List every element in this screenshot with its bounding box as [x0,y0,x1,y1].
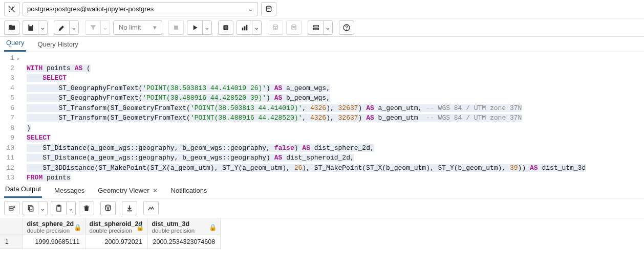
col-header-0[interactable]: dist_sphere_2d double precision 🔒 [23,218,85,235]
tab-query-history[interactable]: Query History [35,37,80,52]
results-grid[interactable]: dist_sphere_2d double precision 🔒 dist_s… [0,218,221,249]
connection-select[interactable]: postgres/postgres@waliot-jupyter-postgre… [23,2,258,16]
open-file-button[interactable] [4,20,19,35]
svg-point-21 [105,205,110,207]
sql-editor[interactable]: 1⌄ 2 3 4 5 6 7 8 9 10 11 12 13 WITH poin… [0,52,644,182]
svg-rect-6 [246,25,247,30]
explain-analyze-caret[interactable]: ⌄ [252,20,262,35]
cell[interactable]: 2000.2534323074608 [147,235,221,249]
explain-analyze-split[interactable]: ⌄ [237,20,262,35]
macro-split-button[interactable]: ⌄ [308,20,333,35]
svg-rect-5 [244,26,245,30]
delete-row-button[interactable] [79,201,94,215]
query-tabs: Query Query History [0,37,644,52]
explain-analyze-button[interactable] [237,20,252,35]
svg-rect-17 [29,207,33,211]
svg-point-14 [346,29,347,29]
cell[interactable]: 2000.972021 [85,235,147,249]
lock-icon: 🔒 [74,223,82,231]
commit-button[interactable] [268,20,283,35]
add-row-button[interactable] [4,201,19,215]
paste-button[interactable] [51,201,66,215]
filter-menu-caret[interactable]: ⌄ [100,20,110,35]
tab-query[interactable]: Query [4,36,26,52]
rownum-header[interactable] [0,218,23,235]
execute-button[interactable] [187,20,202,35]
tab-messages[interactable]: Messages [53,184,85,198]
save-button[interactable] [23,20,38,35]
editor-code[interactable]: WITH points AS ( SELECT ST_GeographyFrom… [23,52,644,182]
new-connection-button[interactable] [261,2,276,16]
save-data-button[interactable] [100,201,116,215]
connection-bar: postgres/postgres@waliot-jupyter-postgre… [0,0,644,18]
explain-button[interactable]: E [218,20,233,35]
svg-rect-1 [174,26,178,30]
save-split-button[interactable]: ⌄ [23,20,48,35]
cell[interactable]: 1999.90685111 [23,235,85,249]
svg-rect-20 [58,205,60,207]
svg-point-11 [313,26,314,27]
filter-split-button[interactable]: ⌄ [85,20,110,35]
tab-data-output[interactable]: Data Output [4,182,42,198]
lock-icon: 🔒 [209,223,217,231]
connection-status-icon[interactable] [4,2,19,16]
editor-gutter: 1⌄ 2 3 4 5 6 7 8 9 10 11 12 13 [0,52,23,182]
results-tabs: Data Output Messages Geometry Viewer ✕ N… [0,183,644,198]
lock-icon: 🔒 [136,223,144,231]
row-limit-label: No limit [119,24,141,31]
macro-menu-caret[interactable]: ⌄ [323,20,333,35]
execute-menu-caret[interactable]: ⌄ [202,20,212,35]
graph-visualize-button[interactable] [143,201,159,215]
help-button[interactable] [339,20,354,35]
execute-split-button[interactable]: ⌄ [187,20,212,35]
tab-geometry-viewer[interactable]: Geometry Viewer ✕ [97,184,158,198]
col-header-1[interactable]: dist_spheroid_2d double precision 🔒 [85,218,147,235]
svg-rect-4 [242,28,243,30]
table-row[interactable]: 1 1999.90685111 2000.972021 2000.2534323… [0,235,221,249]
macro-button[interactable] [308,20,323,35]
stop-button[interactable] [168,20,184,35]
row-number[interactable]: 1 [0,235,23,249]
results-toolbar: ⌄ ⌄ [0,198,644,218]
chevron-down-icon: ⌄ [248,5,253,13]
svg-text:E: E [225,25,227,30]
connection-label: postgres/postgres@waliot-jupyter-postgre… [27,5,154,13]
edit-button[interactable] [54,20,69,35]
tab-notifications[interactable]: Notifications [170,184,208,198]
edit-split-button[interactable]: ⌄ [54,20,79,35]
col-header-2[interactable]: dist_utm_3d double precision 🔒 [147,218,221,235]
edit-menu-caret[interactable]: ⌄ [69,20,79,35]
filter-button[interactable] [85,20,100,35]
row-limit-select[interactable]: No limit ▾ [113,20,162,35]
copy-button[interactable] [23,201,38,215]
svg-rect-15 [9,207,13,208]
svg-point-0 [266,6,271,8]
main-toolbar: ⌄ ⌄ ⌄ No limit ▾ ⌄ E ⌄ [0,18,644,37]
copy-split-button[interactable]: ⌄ [23,201,48,215]
close-icon[interactable]: ✕ [153,187,158,194]
rollback-button[interactable] [286,20,302,35]
copy-menu-caret[interactable]: ⌄ [38,201,48,215]
svg-point-8 [292,25,296,26]
chevron-down-icon: ▾ [153,24,157,31]
save-menu-caret[interactable]: ⌄ [38,20,48,35]
kw-with: WITH [27,64,42,72]
svg-rect-18 [28,206,32,210]
download-button[interactable] [122,201,137,215]
svg-point-7 [273,25,277,26]
svg-point-12 [313,29,314,29]
svg-rect-16 [9,209,13,210]
paste-split-button[interactable]: ⌄ [51,201,76,215]
fold-icon[interactable]: ⌄ [15,53,20,63]
paste-menu-caret[interactable]: ⌄ [66,201,76,215]
